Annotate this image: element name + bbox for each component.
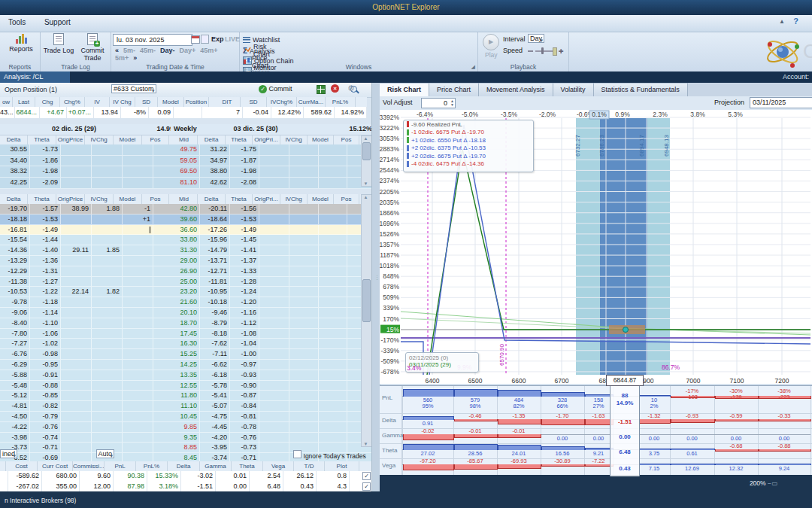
chain-row[interactable]: -9.78-1.18	[0, 297, 183, 308]
chain-row[interactable]: 14.25-6.62-0.97	[171, 360, 375, 370]
chain-row[interactable]: 17.45-8.18-1.08	[171, 329, 375, 339]
column-header[interactable]: IVChg%	[267, 97, 297, 107]
column-header[interactable]: Last	[13, 97, 35, 107]
position-select[interactable]: #633 Custom▾	[111, 84, 156, 93]
time-nav-button[interactable]: 45m+	[198, 47, 220, 54]
analysis-tab[interactable]: Analysis: /CL	[0, 71, 70, 83]
column-header[interactable]: Delta	[198, 194, 226, 204]
column-header[interactable]: Delta	[0, 194, 28, 204]
column-header[interactable]: PnL%	[326, 97, 356, 107]
chain-row[interactable]: 33.80-15.96-1.45	[171, 235, 375, 245]
chart-zoom-control[interactable]: 200% −▭	[750, 479, 777, 487]
column-header[interactable]: Model	[308, 194, 334, 204]
chain-row[interactable]: -8.40-1.10	[0, 318, 183, 329]
chain-row[interactable]: -4.22-0.76	[0, 422, 183, 433]
chain-row[interactable]: 18.70-8.79-1.12	[171, 318, 375, 329]
expiry-row[interactable]: 34.40-1.86	[0, 156, 183, 167]
vol-adjust-spinner[interactable]: 0▲▼	[421, 98, 456, 108]
commit-trade-button[interactable]: + Commit Trade	[75, 33, 110, 62]
column-header[interactable]: SD	[241, 97, 267, 107]
column-header[interactable]: Pos	[334, 135, 359, 144]
column-header[interactable]: T/D	[294, 461, 325, 471]
chain-row[interactable]: -3.73-0.71	[0, 443, 183, 453]
column-header[interactable]: Model	[114, 135, 142, 144]
column-header[interactable]: Curr Cost	[38, 461, 73, 471]
speed-minus[interactable]	[528, 50, 533, 52]
chain-row[interactable]: 31.30-14.79-1.41	[171, 245, 375, 256]
column-header[interactable]: Theta	[226, 194, 253, 204]
column-header[interactable]: Model	[158, 97, 184, 107]
column-header[interactable]: Chg%	[60, 97, 85, 107]
projection-date-input[interactable]: 03/11/2025	[750, 97, 812, 108]
totals-row[interactable]: -589.62680.009.6090.3815.33%-3.020.012.5…	[0, 471, 386, 482]
help-icon[interactable]: ?	[793, 17, 798, 26]
expiry-row[interactable]: 30.55-1.73	[0, 144, 183, 156]
column-header[interactable]: SD	[135, 97, 158, 107]
column-header[interactable]: Model	[114, 194, 142, 204]
tab-risk-chart[interactable]: Risk Chart	[380, 83, 429, 96]
chain-row[interactable]: 21.60-10.18-1.20	[171, 297, 375, 308]
expiry-row[interactable]: 49.7531.22-1.75	[171, 144, 375, 156]
time-nav-button[interactable]: Day-	[158, 47, 177, 54]
expiry-row[interactable]: 69.5038.80-1.98	[171, 166, 375, 178]
column-header[interactable]: Position	[184, 97, 209, 107]
column-header[interactable]: Chg	[35, 97, 60, 107]
chain-row[interactable]: 16.30-7.62-1.04	[171, 339, 375, 349]
column-header[interactable]: Theta	[28, 194, 56, 204]
speed-slider-handle[interactable]	[541, 47, 544, 54]
calendar-icon[interactable]	[191, 35, 200, 44]
column-header[interactable]: Mid	[171, 194, 198, 204]
trade-log-button[interactable]: Trade Log	[43, 33, 74, 54]
expiry-title-row[interactable]: Weekly03 dic. 25 (30)15.12%	[171, 124, 375, 135]
close-icon[interactable]: ×	[331, 84, 339, 93]
chain-row[interactable]: -7.80-1.06	[0, 329, 183, 339]
expiry-title-row[interactable]: 02 dic. 25 (29)14.99%	[0, 124, 183, 135]
menu-support[interactable]: Support	[36, 15, 79, 26]
column-header[interactable]: OrigPri...	[253, 194, 280, 204]
chain-row[interactable]: 23.20-10.95-1.24	[171, 287, 375, 297]
live-label[interactable]: LIVE	[225, 35, 240, 43]
chain-row[interactable]: 9.85-4.45-0.78	[171, 422, 375, 433]
chain-row[interactable]: -7.27-1.02	[0, 339, 183, 349]
expiry-row[interactable]: 38.32-1.98	[0, 166, 183, 178]
chain-row[interactable]: 11.10-5.07-0.84	[171, 401, 375, 412]
interval-select[interactable]: Day▾	[528, 34, 544, 43]
column-header[interactable]: ow	[0, 97, 13, 107]
chain-row[interactable]: 15.25-7.11-1.00	[171, 349, 375, 360]
chain-row[interactable]: 29.00-13.71-1.37	[171, 256, 375, 266]
time-nav-button[interactable]: Day+	[177, 47, 198, 54]
expiry-row[interactable]: 81.1042.62-2.08	[171, 178, 375, 189]
chain-row[interactable]: 13.35-6.18-0.93	[171, 370, 375, 381]
column-header[interactable]: Theta	[28, 135, 56, 144]
column-header[interactable]: Theta	[226, 135, 253, 144]
expiry-row[interactable]: 42.25-2.09	[0, 178, 183, 189]
ignore-trades-checkbox[interactable]: Ignore Today's Trades	[293, 450, 366, 460]
group-expand-icon[interactable]: ◢	[471, 64, 475, 70]
totals-row[interactable]: -267.02355.0012.0087.983.18%-1.510.006.4…	[0, 482, 386, 492]
exp-label[interactable]: Exp	[211, 35, 224, 43]
column-header[interactable]: IVChg	[85, 194, 114, 204]
edit-cursor-cell[interactable]	[123, 225, 153, 235]
chain-row[interactable]: -5.48-0.88	[0, 381, 183, 391]
chain-row[interactable]: -10.53-1.2222.141.82+2	[0, 287, 183, 297]
chain-row[interactable]: -12.29-1.31	[0, 266, 183, 277]
chain-row[interactable]: -9.06-1.14	[0, 308, 183, 318]
play-button[interactable]: ▶	[483, 34, 499, 50]
column-header[interactable]: PnL%	[136, 461, 168, 471]
tab-movement-analysis[interactable]: Movement Analysis	[479, 83, 553, 96]
column-header[interactable]: Vega	[263, 461, 294, 471]
time-nav-button[interactable]: »	[131, 54, 139, 62]
column-header[interactable]: Mid	[171, 135, 198, 144]
column-header[interactable]	[0, 461, 6, 471]
time-nav-button[interactable]: 5m+	[113, 54, 131, 62]
column-header[interactable]: Cost	[6, 461, 38, 471]
chain-row[interactable]: -16.81-1.49	[0, 225, 183, 236]
chain-row[interactable]: 25.00-11.81-1.28	[171, 277, 375, 287]
column-header[interactable]: Theta	[232, 461, 263, 471]
column-header[interactable]: Pos	[142, 135, 169, 144]
column-header[interactable]: Pos	[142, 194, 169, 204]
chain-row[interactable]: -14.36-1.4029.111.85-4	[0, 245, 183, 256]
chain-row[interactable]: 42.80-20.11-1.56	[171, 204, 375, 214]
chain-row[interactable]: 10.45-4.75-0.81	[171, 412, 375, 422]
tab-price-chart[interactable]: Price Chart	[429, 83, 479, 96]
